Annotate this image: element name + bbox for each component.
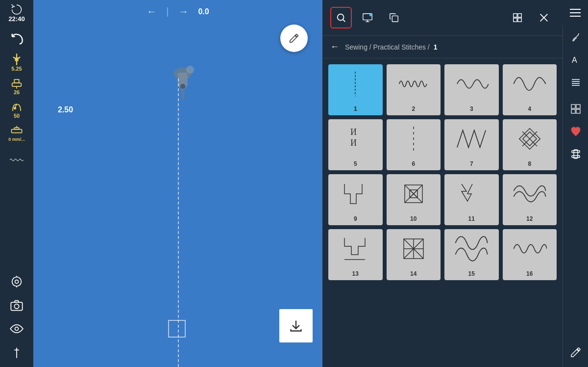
stitch-num-11: 11 [444, 213, 499, 225]
svg-line-27 [343, 20, 345, 22]
layout-button[interactable] [507, 7, 528, 28]
camera-icon[interactable] [4, 294, 29, 316]
hamburger-menu[interactable] [563, 0, 588, 26]
right-sidebar: A [563, 0, 588, 367]
breadcrumb-back-button[interactable]: ← [330, 42, 339, 52]
stitch-cell-11[interactable]: 11 [444, 174, 499, 225]
svg-text:И: И [350, 138, 357, 148]
stitch-value: 2.50 [58, 105, 73, 114]
breadcrumb: ← Sewing / Practical Stitches / 1 [322, 36, 563, 58]
stitch-cell-6[interactable]: 6 [387, 119, 441, 170]
stitch-num-16: 16 [503, 268, 557, 280]
svg-rect-10 [14, 128, 19, 130]
svg-rect-34 [518, 14, 521, 17]
stitch-preview-12 [503, 174, 557, 213]
svg-point-23 [180, 83, 186, 89]
svg-rect-24 [181, 89, 184, 99]
svg-rect-32 [392, 16, 398, 22]
redo-arrow[interactable]: → [178, 6, 188, 17]
stitch-preview-2 [387, 64, 441, 104]
stitch-num-3: 3 [444, 104, 499, 115]
svg-point-8 [14, 107, 16, 109]
time-display: 22:40 [4, 4, 29, 26]
panel-header [322, 0, 563, 36]
stitch-cell-5[interactable]: И И 5 [328, 119, 383, 170]
stitch-cell-10[interactable]: 10 [387, 174, 441, 225]
svg-rect-68 [572, 151, 580, 153]
eye-bottom-icon[interactable] [4, 318, 29, 340]
presser-foot-icon[interactable]: 26 [4, 75, 29, 96]
wave-stitch-icon [4, 149, 29, 171]
left-sidebar: 22:40 5.25 26 50 [0, 0, 33, 367]
copy-button[interactable] [383, 7, 405, 28]
grid-pattern-icon[interactable] [566, 99, 586, 119]
stitch-num-2: 2 [387, 104, 441, 115]
pin-bottom-icon [4, 341, 29, 363]
search-button[interactable] [330, 7, 352, 28]
bobbin-icon[interactable] [566, 144, 586, 164]
stitch-cell-12[interactable]: 12 [503, 174, 557, 225]
svg-rect-35 [514, 18, 517, 22]
download-button[interactable] [279, 309, 313, 342]
svg-rect-4 [12, 83, 22, 86]
speed-icon[interactable]: 50 [4, 98, 29, 120]
stitch-num-12: 12 [503, 213, 557, 225]
svg-text:A: A [572, 56, 577, 64]
svg-point-13 [15, 280, 19, 284]
stitch-num-9: 9 [328, 213, 383, 225]
script-stitch-icon[interactable] [566, 27, 586, 47]
undo-button[interactable] [4, 27, 29, 49]
needle-graphic [163, 64, 202, 105]
frame-box [168, 320, 186, 338]
stitch-num-15: 15 [444, 268, 499, 280]
svg-point-31 [369, 14, 372, 17]
favorites-icon[interactable] [566, 122, 586, 141]
circle-target-icon[interactable] [4, 271, 29, 292]
stitch-preview-16 [503, 229, 557, 268]
stitch-cell-14[interactable]: 14 [387, 229, 441, 280]
stitch-num-4: 4 [503, 104, 557, 115]
svg-rect-69 [572, 156, 580, 157]
stitch-cell-9[interactable]: 9 [328, 174, 383, 225]
stitch-num-1: 1 [328, 104, 383, 115]
needle-pos-icon[interactable]: 0 mm/... [4, 122, 29, 143]
alphabet-icon[interactable]: A [566, 50, 586, 70]
svg-point-17 [14, 304, 19, 309]
svg-rect-3 [16, 58, 18, 60]
stitch-num-7: 7 [444, 158, 499, 170]
edit-button[interactable] [280, 25, 308, 52]
svg-rect-63 [571, 105, 575, 108]
stitch-cell-3[interactable]: 3 [444, 64, 499, 115]
edit-pen-icon[interactable] [566, 342, 586, 362]
stitch-preview-15 [444, 229, 499, 268]
stitch-cell-8[interactable]: 8 [503, 119, 557, 170]
stitch-grid: 1 2 3 [322, 58, 563, 367]
stitch-cell-1[interactable]: 1 [328, 64, 383, 115]
breadcrumb-current: 1 [434, 43, 438, 51]
undo-arrow[interactable]: ← [147, 6, 156, 17]
monitor-button[interactable] [357, 7, 378, 28]
stitch-cell-13[interactable]: 13 [328, 229, 383, 280]
stitch-preview-6 [387, 119, 441, 158]
stitch-preview-7 [444, 119, 499, 158]
stitch-preview-1 [328, 64, 383, 104]
stitch-preview-10 [387, 174, 441, 213]
stitch-cell-2[interactable]: 2 [387, 64, 441, 115]
border-stitch-icon[interactable] [566, 73, 586, 92]
stitch-preview-11 [444, 174, 499, 213]
svg-rect-64 [576, 105, 580, 108]
breadcrumb-path: Sewing / Practical Stitches / [345, 43, 430, 51]
svg-rect-66 [576, 109, 580, 113]
close-button[interactable] [533, 7, 555, 28]
canvas-area: ← | → 0.0 2.50 [33, 0, 322, 367]
stitch-panel: ← Sewing / Practical Stitches / 1 1 2 [322, 0, 563, 367]
stitch-num-5: 5 [328, 158, 383, 170]
svg-rect-5 [14, 79, 19, 83]
stitch-num-14: 14 [387, 268, 441, 280]
stitch-cell-7[interactable]: 7 [444, 119, 499, 170]
stitch-preview-5: И И [328, 119, 383, 158]
stitch-cell-16[interactable]: 16 [503, 229, 557, 280]
svg-point-18 [15, 327, 19, 331]
stitch-cell-4[interactable]: 4 [503, 64, 557, 115]
stitch-cell-15[interactable]: 15 [444, 229, 499, 280]
